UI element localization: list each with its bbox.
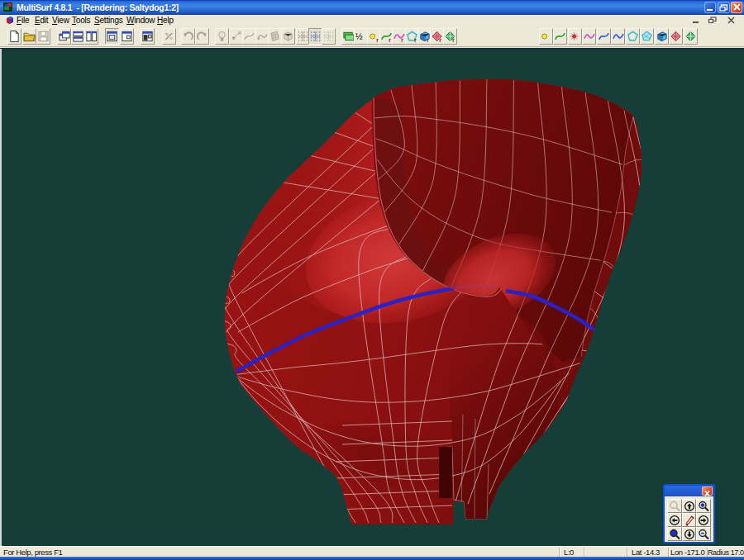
svg-text:r: r (414, 37, 417, 43)
svg-text:r: r (376, 37, 379, 43)
svg-text:r: r (427, 37, 429, 43)
svg-text:r: r (452, 37, 455, 43)
svg-text:½: ½ (355, 32, 363, 41)
svg-text:r: r (439, 37, 441, 43)
svg-text:r: r (389, 37, 391, 43)
svg-text:r: r (401, 37, 403, 43)
